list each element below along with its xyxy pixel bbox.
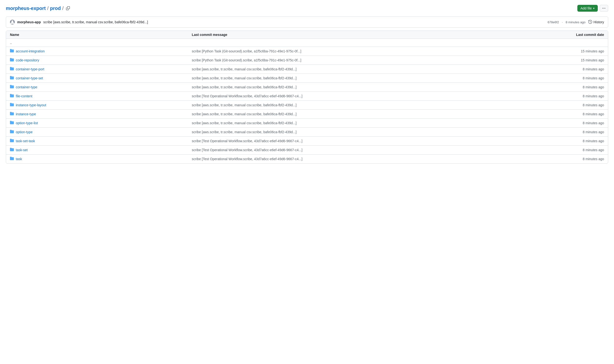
- commit-date-cell: 8 minutes ago: [556, 157, 604, 161]
- avatar: [10, 20, 15, 25]
- file-name-cell: ..: [10, 41, 192, 45]
- file-name-cell: option-type-list: [10, 121, 192, 125]
- history-icon: [588, 20, 592, 25]
- breadcrumb-sep2: /: [62, 6, 64, 11]
- file-name-link[interactable]: option-type: [16, 130, 33, 134]
- breadcrumb-left: morpheus-export / prod /: [6, 5, 71, 11]
- table-row: container-type-setscribe [aws.scribe, tr…: [6, 74, 608, 83]
- file-name-cell: container-type-set: [10, 76, 192, 80]
- commit-date-cell: 8 minutes ago: [556, 94, 604, 98]
- file-name-link[interactable]: option-type-list: [16, 121, 38, 125]
- folder-icon: [10, 121, 14, 125]
- folder-icon: [10, 112, 14, 117]
- folder-icon: [10, 130, 14, 134]
- file-name-link[interactable]: account-integration: [16, 49, 45, 53]
- file-name-cell: file-content: [10, 94, 192, 99]
- file-name-link[interactable]: instance-type-layout: [16, 103, 46, 107]
- commit-message-cell: scribe [aws.scribe, tr.scribe, manual cs…: [192, 103, 556, 107]
- file-name-link[interactable]: container-type-port: [16, 67, 44, 71]
- commit-date-cell: 8 minutes ago: [556, 67, 604, 71]
- file-name-link[interactable]: container-type-set: [16, 76, 43, 80]
- table-row: instance-typescribe [aws.scribe, tr.scri…: [6, 110, 608, 119]
- copy-path-icon[interactable]: [65, 5, 71, 11]
- breadcrumb-right: Add file ▾ ···: [577, 5, 608, 12]
- history-label: History: [593, 20, 604, 24]
- breadcrumb-sep1: /: [47, 6, 49, 11]
- folder-icon: [10, 156, 14, 161]
- commit-date-cell: 15 minutes ago: [556, 49, 604, 53]
- more-options-button[interactable]: ···: [600, 5, 608, 12]
- commit-message-cell: scribe [aws.scribe, tr.scribe, manual cs…: [192, 130, 556, 134]
- commit-date-cell: 8 minutes ago: [556, 112, 604, 116]
- file-name-cell: instance-type: [10, 112, 192, 117]
- repo-link[interactable]: morpheus-export: [6, 6, 46, 11]
- folder-icon: [10, 148, 14, 152]
- file-name-cell: account-integration: [10, 49, 192, 54]
- file-name-cell: task-set-task: [10, 139, 192, 143]
- folder-icon: [10, 76, 14, 80]
- table-row: file-contentscribe [Test Operational Wor…: [6, 92, 608, 101]
- file-name-cell: code-repository: [10, 58, 192, 63]
- folder-icon: [10, 85, 14, 90]
- folder-icon: [10, 139, 14, 143]
- commit-right: 678e6f2 · 8 minutes ago History: [548, 20, 604, 25]
- commit-message-cell: scribe [Test Operational Workflow.scribe…: [192, 148, 556, 152]
- folder-icon: [10, 94, 14, 99]
- file-name-link[interactable]: ..: [10, 41, 12, 45]
- commit-left: morpheus-app scribe [aws.scribe, tr.scri…: [10, 20, 148, 25]
- commit-message-cell: scribe [aws.scribe, tr.scribe, manual cs…: [192, 85, 556, 89]
- commit-message-cell: scribe [aws.scribe, tr.scribe, manual cs…: [192, 76, 556, 80]
- breadcrumb-bar: morpheus-export / prod / Add file ▾ ···: [6, 5, 608, 12]
- table-header: Name Last commit message Last commit dat…: [6, 31, 608, 39]
- commit-message-cell: scribe [Test Operational Workflow.scribe…: [192, 139, 556, 143]
- folder-icon: [10, 58, 14, 63]
- table-row: taskscribe [Test Operational Workflow.sc…: [6, 155, 608, 163]
- file-name-link[interactable]: container-type: [16, 85, 37, 89]
- commit-message-cell: scribe [Test Operational Workflow.scribe…: [192, 94, 556, 98]
- commit-message-cell: scribe [aws.scribe, tr.scribe, manual cs…: [192, 112, 556, 116]
- commit-date-cell: 8 minutes ago: [556, 103, 604, 107]
- commit-info-box: morpheus-app scribe [aws.scribe, tr.scri…: [6, 16, 608, 28]
- commit-message-text: scribe [aws.scribe, tr.scribe, manual cs…: [43, 20, 148, 24]
- col-date-header: Last commit date: [556, 33, 604, 37]
- commit-date-cell: 8 minutes ago: [556, 148, 604, 152]
- table-row: instance-type-layoutscribe [aws.scribe, …: [6, 101, 608, 110]
- commit-message-cell: scribe [Python Task (Git-sourced).scribe…: [192, 49, 556, 53]
- file-rows-container: ..account-integrationscribe [Python Task…: [6, 39, 608, 163]
- table-row: option-type-listscribe [aws.scribe, tr.s…: [6, 119, 608, 128]
- add-file-button[interactable]: Add file ▾: [577, 5, 598, 12]
- file-name-cell: task-set: [10, 148, 192, 152]
- commit-hash: 678e6f2: [548, 20, 559, 24]
- commit-time: ·: [562, 20, 563, 24]
- table-row: ..: [6, 39, 608, 47]
- file-name-link[interactable]: task-set: [16, 148, 28, 152]
- commit-message-cell: scribe [Python Task (Git-sourced).scribe…: [192, 58, 556, 62]
- folder-icon: [10, 67, 14, 72]
- table-row: code-repositoryscribe [Python Task (Git-…: [6, 56, 608, 65]
- folder-link[interactable]: prod: [50, 6, 61, 11]
- folder-icon: [10, 103, 14, 107]
- file-name-link[interactable]: task: [16, 157, 22, 161]
- table-row: container-type-portscribe [aws.scribe, t…: [6, 65, 608, 74]
- svg-point-0: [11, 20, 13, 22]
- table-row: account-integrationscribe [Python Task (…: [6, 47, 608, 56]
- file-name-cell: container-type-port: [10, 67, 192, 72]
- commit-message-cell: scribe [Test Operational Workflow.scribe…: [192, 157, 556, 161]
- file-name-cell: instance-type-layout: [10, 103, 192, 107]
- file-table: Name Last commit message Last commit dat…: [6, 31, 608, 164]
- commit-author: morpheus-app: [17, 20, 41, 24]
- commit-message-cell: scribe [aws.scribe, tr.scribe, manual cs…: [192, 121, 556, 125]
- commit-message-cell: scribe [aws.scribe, tr.scribe, manual cs…: [192, 67, 556, 71]
- file-name-link[interactable]: code-repository: [16, 58, 39, 62]
- file-name-link[interactable]: file-content: [16, 94, 32, 98]
- file-name-cell: container-type: [10, 85, 192, 90]
- commit-date-cell: 8 minutes ago: [556, 121, 604, 125]
- file-name-cell: option-type: [10, 130, 192, 134]
- commit-date-cell: 8 minutes ago: [556, 139, 604, 143]
- commit-date-cell: 8 minutes ago: [556, 76, 604, 80]
- history-button[interactable]: History: [588, 20, 604, 25]
- file-name-link[interactable]: task-set-task: [16, 139, 35, 143]
- file-name-link[interactable]: instance-type: [16, 112, 36, 116]
- table-row: task-set-taskscribe [Test Operational Wo…: [6, 137, 608, 146]
- add-file-chevron-icon: ▾: [593, 7, 595, 10]
